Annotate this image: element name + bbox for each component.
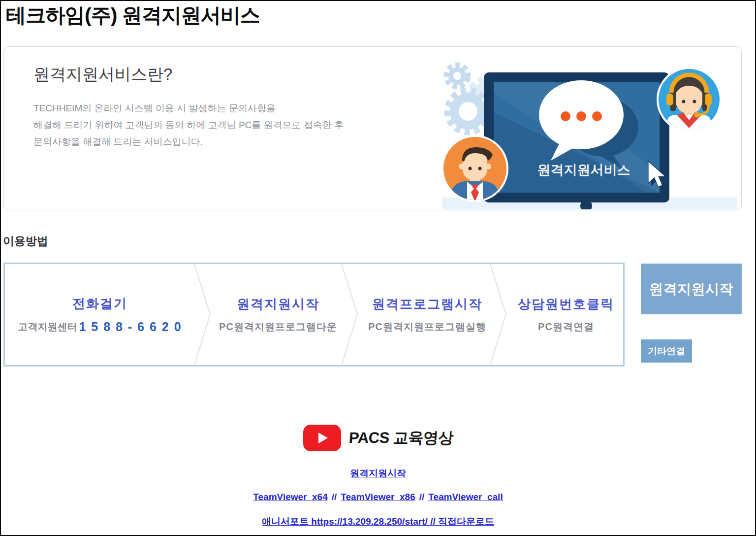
other-connection-button[interactable]: 기타연결 (641, 339, 692, 363)
page-title: 테크하임(주) 원격지원서비스 (6, 2, 260, 29)
step-subtitle: PC원격지원프로그램실행 (368, 320, 486, 334)
intro-line: TECHHEIM의 온라인 시스템 이용 시 발생하는 문의사항을 (33, 100, 344, 117)
flow-step-start: 원격지원시작 PC원격지원프로그램다운 (209, 264, 347, 365)
usage-section-label: 이용방법 (3, 234, 48, 249)
remote-support-start-button[interactable]: 원격지원시작 (641, 264, 742, 314)
intro-description: TECHHEIM의 온라인 시스템 이용 시 발생하는 문의사항을 해결해 드리… (33, 100, 344, 150)
youtube-icon[interactable] (303, 425, 341, 451)
flow-step-run-program: 원격프로그램시작 PC원격지원프로그램실행 (360, 264, 494, 365)
teamviewer-call-link[interactable]: TeamViewer_call (428, 492, 503, 502)
step-title: 상담원번호클릭 (518, 296, 614, 313)
gear-icon (446, 90, 490, 133)
monitor-label: 원격지원서비스 (537, 163, 630, 177)
step-title: 원격프로그램시작 (372, 296, 482, 313)
link-row-remote-start: 원격지원시작 (1, 467, 755, 480)
intro-line: 문의사항을 해결해 드리는 서비스입니다. (33, 134, 344, 150)
link-separator: // (332, 492, 337, 502)
support-phone-number: 1 5 8 8 - 6 6 2 0 (79, 320, 182, 334)
step-title: 전화걸기 (72, 295, 127, 312)
intro-heading: 원격지원서비스란? (33, 64, 172, 86)
usage-flow-box: 전화걸기 고객지원센터 1 5 8 8 - 6 6 2 0 원격지원시작 PC원… (3, 263, 625, 367)
pacs-video-label: PACS 교육영상 (348, 428, 454, 448)
gear-icon (445, 64, 470, 88)
remote-support-illustration: 원격지원서비스 (440, 48, 740, 209)
intro-line: 해결해 드리기 위하여 고객님의 동의 하에 고객님 PC를 원격으로 접속한 … (33, 117, 344, 134)
step-subtitle: PC원격지원프로그램다운 (219, 320, 337, 334)
teamviewer-x64-link[interactable]: TeamViewer_x64 (253, 492, 327, 502)
flow-step-click-agent-number: 상담원번호클릭 PC원격연결 (509, 264, 623, 365)
anysupport-download-link[interactable]: 애니서포트 https://13.209.28.250/start/ // 직접… (262, 516, 494, 527)
step-title: 원격지원시작 (237, 296, 319, 313)
link-separator: // (419, 492, 425, 502)
step-subtitle: PC원격연결 (538, 320, 594, 334)
link-row-teamviewer: TeamViewer_x64//TeamViewer_x86//TeamView… (1, 492, 755, 502)
step-subtitle: 고객지원센터 1 5 8 8 - 6 6 2 0 (18, 320, 182, 334)
teamviewer-x86-link[interactable]: TeamViewer_x86 (341, 492, 415, 502)
agent-avatar (657, 67, 722, 132)
link-row-anysupport: 애니서포트 https://13.209.28.250/start/ // 직접… (1, 515, 755, 528)
flow-step-call: 전화걸기 고객지원센터 1 5 8 8 - 6 6 2 0 (5, 264, 195, 365)
intro-card: 원격지원서비스란? TECHHEIM의 온라인 시스템 이용 시 발생하는 문의… (3, 46, 742, 210)
pacs-video-link[interactable]: PACS 교육영상 (1, 425, 755, 451)
customer-avatar (441, 135, 508, 202)
support-center-label: 고객지원센터 (18, 320, 77, 334)
remote-start-link[interactable]: 원격지원시작 (350, 468, 406, 478)
